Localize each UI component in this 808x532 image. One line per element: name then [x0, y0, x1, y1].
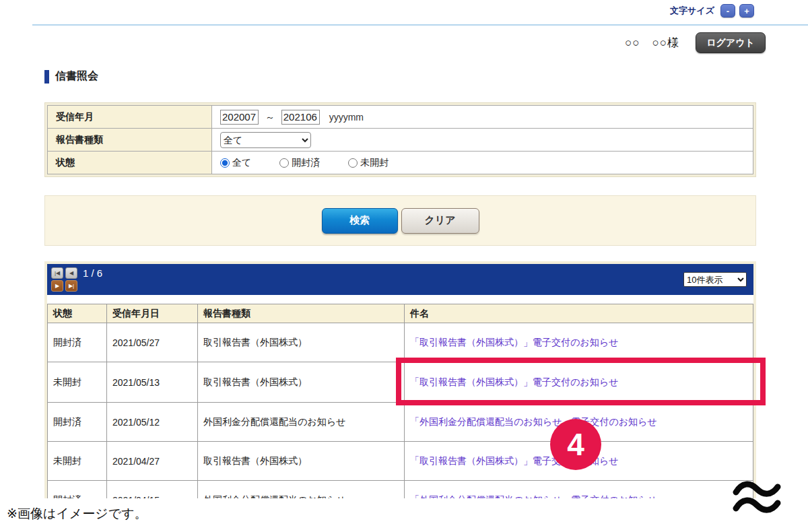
row-status: 未開封	[48, 362, 107, 403]
row-type: 外国利金分配償還配当のお知らせ	[198, 481, 405, 499]
font-size-controls: 文字サイズ - +	[670, 4, 754, 18]
table-row: 開封済 2021/05/27 取引報告書（外国株式） 「取引報告書（外国株式）」…	[48, 323, 753, 362]
table-row: 未開封 2021/05/13 取引報告書（外国株式） 「取引報告書（外国株式）」…	[48, 362, 753, 403]
form-row-report-type: 報告書種類 全て	[48, 129, 753, 152]
row-type: 外国利金分配償還配当のお知らせ	[198, 403, 405, 442]
status-radio-all-label: 全て	[232, 157, 251, 169]
page-indicator: 1 / 6	[83, 267, 102, 279]
user-row: ○○ ○○様 ログアウト	[625, 32, 766, 53]
font-size-increase-button[interactable]: +	[739, 4, 754, 18]
status-radio-all[interactable]: 全て	[220, 157, 251, 169]
image-disclaimer-caption: ※画像はイメージです。	[7, 505, 147, 523]
row-date: 2021/05/27	[107, 323, 198, 362]
row-type: 取引報告書（外国株式）	[198, 323, 405, 362]
row-date: 2021/05/13	[107, 362, 198, 403]
search-button[interactable]: 検索	[322, 208, 398, 234]
status-radio-group: 全て 開封済 未開封	[220, 157, 753, 169]
status-radio-unopened[interactable]: 未開封	[348, 157, 389, 169]
subject-link[interactable]: 「外国利金分配償還配当のお知らせ」電子交付のお知らせ	[410, 494, 657, 499]
status-radio-all-input[interactable]	[220, 158, 230, 168]
row-type: 取引報告書（外国株式）	[198, 442, 405, 481]
header-subject: 件名	[405, 304, 753, 323]
next-page-icon: ▶	[55, 284, 59, 289]
last-page-button[interactable]: ▶|	[65, 280, 77, 292]
table-row: 未開封 2021/04/27 取引報告書（外国株式） 「取引報告書（外国株式）」…	[48, 442, 753, 481]
form-row-status: 状態 全て 開封済 未開封	[48, 152, 753, 174]
first-page-icon: |◀	[55, 271, 60, 276]
last-page-icon: ▶|	[69, 284, 74, 289]
results-panel: |◀ ◀ 1 / 6 ▶ ▶| 10件表示 状態	[44, 261, 756, 498]
logout-button[interactable]: ログアウト	[696, 32, 766, 53]
actions-band: 検索 クリア	[44, 195, 756, 246]
title-accent-bar	[44, 70, 49, 84]
table-row: 開封済 2021/05/12 外国利金分配償還配当のお知らせ 「外国利金分配償還…	[48, 403, 753, 442]
table-row: 開封済 2021/04/15 外国利金分配償還配当のお知らせ 「外国利金分配償還…	[48, 481, 753, 499]
page: 文字サイズ - + ○○ ○○様 ログアウト 信書照会 受信年月 ～ yyyym…	[0, 0, 808, 532]
prev-page-button[interactable]: ◀	[65, 267, 77, 279]
subject-link[interactable]: 「取引報告書（外国株式）」電子交付のお知らせ	[410, 376, 618, 387]
status-label: 状態	[48, 152, 212, 174]
header-date: 受信年月日	[107, 304, 198, 323]
clear-button[interactable]: クリア	[401, 208, 479, 234]
font-size-decrease-button[interactable]: -	[720, 4, 735, 18]
row-status: 開封済	[48, 323, 107, 362]
received-month-label: 受信年月	[48, 106, 212, 129]
header-divider	[32, 24, 808, 26]
status-radio-unopened-label: 未開封	[360, 157, 389, 169]
date-to-input[interactable]	[281, 110, 320, 125]
next-page-button[interactable]: ▶	[51, 280, 63, 292]
row-date: 2021/04/27	[107, 442, 198, 481]
search-form-panel: 受信年月 ～ yyyymm 報告書種類 全て 状態	[44, 102, 756, 177]
header-status: 状態	[48, 304, 107, 323]
status-radio-unopened-input[interactable]	[348, 158, 358, 168]
report-type-select[interactable]: 全て	[220, 132, 311, 148]
user-name: ○○ ○○様	[625, 35, 679, 51]
row-status: 未開封	[48, 442, 107, 481]
row-status: 開封済	[48, 403, 107, 442]
first-page-button[interactable]: |◀	[51, 267, 63, 279]
status-radio-opened-input[interactable]	[279, 158, 289, 168]
results-table: 状態 受信年月日 報告書種類 件名 開封済 2021/05/27 取引報告書（外…	[47, 304, 753, 498]
page-title-row: 信書照会	[44, 69, 98, 84]
subject-link[interactable]: 「取引報告書（外国株式）」電子交付のお知らせ	[410, 337, 618, 347]
pagination-bar: |◀ ◀ 1 / 6 ▶ ▶| 10件表示	[47, 264, 753, 295]
status-radio-opened-label: 開封済	[292, 157, 320, 169]
results-header-row: 状態 受信年月日 報告書種類 件名	[48, 304, 753, 323]
row-date: 2021/04/15	[107, 481, 198, 499]
row-type: 取引報告書（外国株式）	[198, 362, 405, 403]
row-date: 2021/05/12	[107, 403, 198, 442]
per-page-select[interactable]: 10件表示	[683, 272, 747, 287]
font-size-label: 文字サイズ	[670, 5, 714, 17]
prev-page-icon: ◀	[69, 271, 73, 276]
report-type-label: 報告書種類	[48, 129, 212, 152]
page-title: 信書照会	[55, 69, 98, 84]
date-from-input[interactable]	[220, 110, 259, 125]
subject-link[interactable]: 「取引報告書（外国株式）」電子交付のお知らせ	[410, 455, 618, 466]
date-format-hint: yyyymm	[329, 112, 364, 123]
status-radio-opened[interactable]: 開封済	[279, 157, 320, 169]
form-row-received-month: 受信年月 ～ yyyymm	[48, 106, 753, 129]
subject-link[interactable]: 「外国利金分配償還配当のお知らせ」電子交付のお知らせ	[410, 416, 657, 427]
row-status: 開封済	[48, 481, 107, 499]
date-range-separator: ～	[265, 112, 275, 123]
continuation-wave-icon	[733, 478, 781, 520]
header-type: 報告書種類	[198, 304, 405, 323]
